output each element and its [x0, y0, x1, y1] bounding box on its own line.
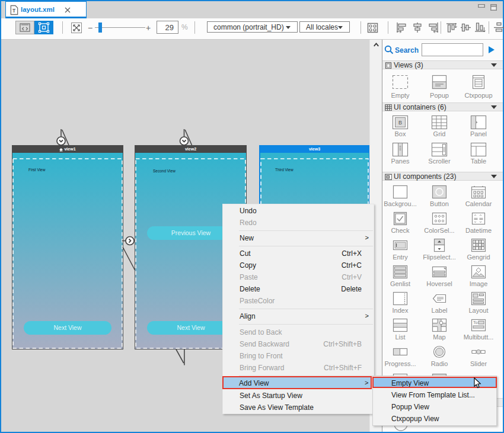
svg-text:B: B [398, 120, 402, 126]
svg-text:To:: To: [473, 320, 479, 325]
svg-text:T: T [12, 8, 16, 14]
